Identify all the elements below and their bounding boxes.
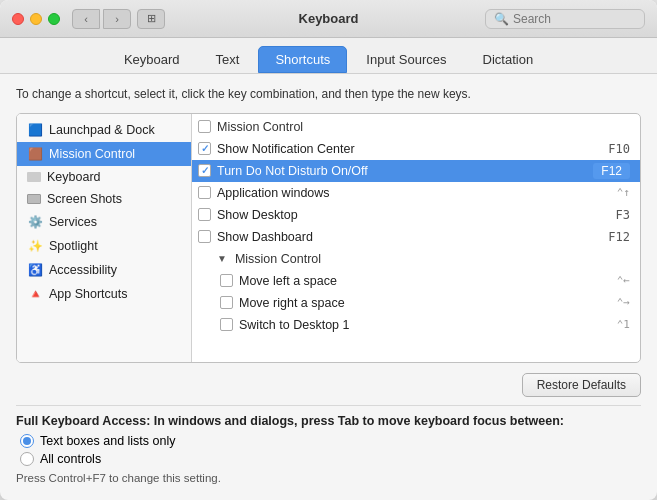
sidebar-item-accessibility[interactable]: ♿ Accessibility	[17, 258, 191, 282]
main-area: 🟦 Launchpad & Dock 🟫 Mission Control Key…	[16, 113, 641, 363]
radio-all-controls[interactable]	[20, 452, 34, 466]
sidebar-item-screen-shots[interactable]: Screen Shots	[17, 188, 191, 210]
tab-keyboard[interactable]: Keyboard	[107, 46, 197, 73]
sidebar-item-spotlight[interactable]: ✨ Spotlight	[17, 234, 191, 258]
window-title: Keyboard	[299, 11, 359, 26]
sidebar-item-launchpad[interactable]: 🟦 Launchpad & Dock	[17, 118, 191, 142]
sidebar-label-launchpad: Launchpad & Dock	[49, 123, 155, 137]
shortcut-header-mission-control[interactable]: Mission Control	[192, 116, 640, 138]
shortcut-row-1[interactable]: Show Notification Center F10	[192, 138, 640, 160]
content-area: To change a shortcut, select it, click t…	[0, 74, 657, 500]
shortcut-label-9: Switch to Desktop 1	[239, 318, 611, 332]
shortcut-label-4: Show Desktop	[217, 208, 610, 222]
restore-defaults-button[interactable]: Restore Defaults	[522, 373, 641, 397]
shortcut-label-7: Move left a space	[239, 274, 611, 288]
sidebar-item-mission-control[interactable]: 🟫 Mission Control	[17, 142, 191, 166]
shortcut-row-3[interactable]: Application windows ⌃↑	[192, 182, 640, 204]
forward-button[interactable]: ›	[103, 9, 131, 29]
keyboard-preferences-window: ‹ › ⊞ Keyboard 🔍 Keyboard Text Shortcuts…	[0, 0, 657, 500]
tab-shortcuts[interactable]: Shortcuts	[258, 46, 347, 73]
shortcut-row-2[interactable]: Turn Do Not Disturb On/Off F12	[192, 160, 640, 182]
sidebar-item-services[interactable]: ⚙️ Services	[17, 210, 191, 234]
back-button[interactable]: ‹	[72, 9, 100, 29]
radio-text-boxes[interactable]	[20, 434, 34, 448]
shortcut-key-8: ⌃→	[617, 296, 630, 309]
app-shortcuts-icon: 🔺	[27, 286, 43, 302]
checkbox-3[interactable]	[198, 186, 211, 199]
restore-defaults-area: Restore Defaults	[16, 373, 641, 397]
sidebar-label-spotlight: Spotlight	[49, 239, 98, 253]
shortcut-label-1: Show Notification Center	[217, 142, 602, 156]
maximize-button[interactable]	[48, 13, 60, 25]
checkbox-8[interactable]	[220, 296, 233, 309]
bottom-section: Full Keyboard Access: In windows and dia…	[16, 405, 641, 488]
sidebar-label-keyboard: Keyboard	[47, 170, 101, 184]
launchpad-icon: 🟦	[27, 122, 43, 138]
search-box[interactable]: 🔍	[485, 9, 645, 29]
sidebar-label-accessibility: Accessibility	[49, 263, 117, 277]
spotlight-icon: ✨	[27, 238, 43, 254]
shortcut-row-7[interactable]: Move left a space ⌃←	[192, 270, 640, 292]
tab-dictation[interactable]: Dictation	[466, 46, 551, 73]
shortcut-label-0: Mission Control	[217, 120, 630, 134]
sidebar-label-screen-shots: Screen Shots	[47, 192, 122, 206]
shortcut-row-4[interactable]: Show Desktop F3	[192, 204, 640, 226]
shortcut-key-4: F3	[616, 208, 630, 222]
radio-label-text-boxes: Text boxes and lists only	[40, 434, 176, 448]
sidebar-item-keyboard[interactable]: Keyboard	[17, 166, 191, 188]
shortcut-subheader-mission-control[interactable]: ▼ Mission Control	[192, 248, 640, 270]
mission-control-icon: 🟫	[27, 146, 43, 162]
close-button[interactable]	[12, 13, 24, 25]
shortcut-label-3: Application windows	[217, 186, 611, 200]
shortcut-key-2: F12	[593, 163, 630, 179]
grid-button[interactable]: ⊞	[137, 9, 165, 29]
shortcut-key-1: F10	[608, 142, 630, 156]
checkbox-2[interactable]	[198, 164, 211, 177]
no-checkbox-6	[198, 252, 211, 265]
traffic-lights	[12, 13, 60, 25]
search-icon: 🔍	[494, 12, 509, 26]
instruction-text: To change a shortcut, select it, click t…	[16, 86, 641, 103]
checkbox-9[interactable]	[220, 318, 233, 331]
sidebar-label-services: Services	[49, 215, 97, 229]
services-icon: ⚙️	[27, 214, 43, 230]
shortcut-key-9: ⌃1	[617, 318, 630, 331]
checkbox-5[interactable]	[198, 230, 211, 243]
sidebar-label-mission-control: Mission Control	[49, 147, 135, 161]
tab-text[interactable]: Text	[199, 46, 257, 73]
accessibility-icon: ♿	[27, 262, 43, 278]
sidebar: 🟦 Launchpad & Dock 🟫 Mission Control Key…	[17, 114, 192, 362]
keyboard-icon	[27, 172, 41, 182]
bottom-title: Full Keyboard Access: In windows and dia…	[16, 414, 641, 428]
minimize-button[interactable]	[30, 13, 42, 25]
checkbox-7[interactable]	[220, 274, 233, 287]
search-input[interactable]	[513, 12, 636, 26]
shortcut-row-9[interactable]: Switch to Desktop 1 ⌃1	[192, 314, 640, 336]
shortcuts-panel: Mission Control Show Notification Center…	[192, 114, 640, 362]
checkbox-1[interactable]	[198, 142, 211, 155]
sidebar-label-app-shortcuts: App Shortcuts	[49, 287, 128, 301]
shortcut-row-5[interactable]: Show Dashboard F12	[192, 226, 640, 248]
shortcut-key-7: ⌃←	[617, 274, 630, 287]
radio-label-all-controls: All controls	[40, 452, 101, 466]
checkbox-0[interactable]	[198, 120, 211, 133]
shortcut-label-6: Mission Control	[235, 252, 630, 266]
sidebar-item-app-shortcuts[interactable]: 🔺 App Shortcuts	[17, 282, 191, 306]
nav-buttons: ‹ ›	[72, 9, 131, 29]
radio-group: Text boxes and lists only All controls	[16, 434, 641, 466]
shortcut-label-2: Turn Do Not Disturb On/Off	[217, 164, 587, 178]
checkbox-4[interactable]	[198, 208, 211, 221]
triangle-icon: ▼	[217, 253, 227, 264]
shortcuts-list: Mission Control Show Notification Center…	[192, 114, 640, 362]
press-text: Press Control+F7 to change this setting.	[16, 472, 641, 484]
tab-input-sources[interactable]: Input Sources	[349, 46, 463, 73]
shortcut-row-8[interactable]: Move right a space ⌃→	[192, 292, 640, 314]
shortcut-label-5: Show Dashboard	[217, 230, 602, 244]
radio-item-all-controls[interactable]: All controls	[20, 452, 641, 466]
tabs-bar: Keyboard Text Shortcuts Input Sources Di…	[0, 38, 657, 74]
radio-item-text-boxes[interactable]: Text boxes and lists only	[20, 434, 641, 448]
shortcut-key-5: F12	[608, 230, 630, 244]
shortcut-label-8: Move right a space	[239, 296, 611, 310]
screen-shots-icon	[27, 194, 41, 204]
titlebar: ‹ › ⊞ Keyboard 🔍	[0, 0, 657, 38]
